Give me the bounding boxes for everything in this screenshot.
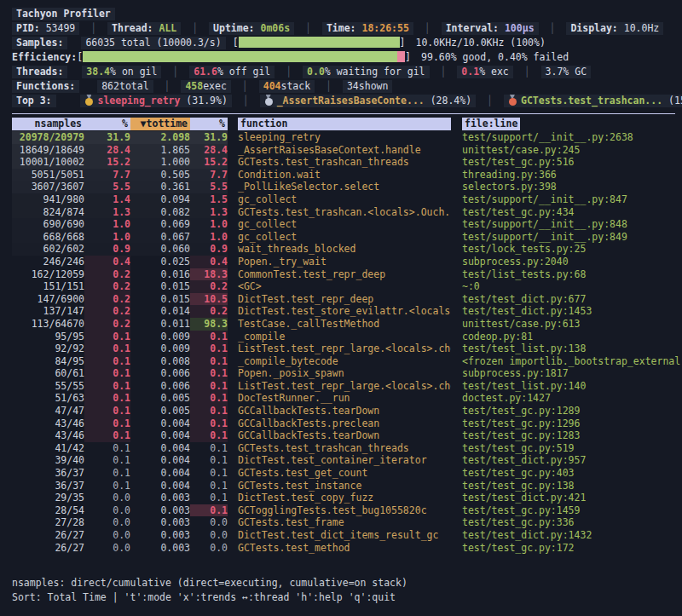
cell-tottime: 0.015 xyxy=(130,280,190,293)
status-line: PID: 53499 │ Thread: ALL │ Uptime: 0m06s… xyxy=(12,21,682,36)
col-header-cumulative-pct[interactable]: % xyxy=(190,118,228,131)
cell-function: Popen._try_wait xyxy=(228,256,451,268)
cell-cumulative-pct: 0.1 xyxy=(190,454,228,467)
separator: │ xyxy=(165,80,170,92)
table-row: 10001/10002 15.2 1.000 15.2 GCTests.test… xyxy=(12,156,682,169)
separator: │ xyxy=(286,66,292,78)
cell-tottime: 0.004 xyxy=(130,417,190,430)
functions-label: Functions: xyxy=(12,80,79,93)
table-row: 36/37 0.1 0.004 0.1 GCTests.test_instanc… xyxy=(12,480,682,492)
efficiency-bar xyxy=(83,51,405,62)
cell-file-line: test/test_gc.py:403 xyxy=(451,467,682,480)
cell-cumulative-pct: 0.2 xyxy=(190,305,228,318)
stat-segment: 34shown xyxy=(343,80,392,93)
cell-file-line: selectors.py:398 xyxy=(451,181,682,193)
cell-tottime: 0.025 xyxy=(130,256,190,268)
cell-direct-pct: 0.0 xyxy=(84,542,130,555)
col-header-direct-pct[interactable]: % xyxy=(84,118,130,131)
cell-tottime: 0.006 xyxy=(130,380,190,393)
status-item: PID: 53499 xyxy=(12,22,79,35)
cell-cumulative-pct: 0.2 xyxy=(190,280,228,293)
stat-segment: 458exec xyxy=(181,80,230,93)
cell-cumulative-pct: 0.1 xyxy=(190,480,228,492)
cell-nsamples: 95/95 xyxy=(12,331,84,343)
cell-file-line: test/test_gc.py:516 xyxy=(451,156,682,169)
cell-nsamples: 113/64670 xyxy=(12,318,84,331)
header-separator xyxy=(12,113,675,114)
separator: │ xyxy=(242,80,248,92)
cell-file-line: test/lock_tests.py:25 xyxy=(451,243,682,256)
cell-direct-pct: 0.0 xyxy=(84,492,130,504)
stat-segment: 38.4% on gil xyxy=(82,66,161,78)
top3-entry: GCTests.test_trashcan... (15.2%) xyxy=(504,95,682,107)
table-row: 3607/3607 5.5 0.361 5.5 _PollLikeSelecto… xyxy=(12,181,682,193)
cell-cumulative-pct: 0.1 xyxy=(190,429,228,442)
col-header-file-line[interactable]: file:line xyxy=(451,118,682,131)
separator: │ xyxy=(524,66,530,78)
cell-direct-pct: 31.9 xyxy=(84,131,130,144)
cell-direct-pct: 1.0 xyxy=(84,218,130,231)
cell-nsamples: 18649/18649 xyxy=(12,144,84,157)
cell-direct-pct: 0.1 xyxy=(84,417,130,430)
cell-function: DictTest.test_dict_items_result_gc xyxy=(228,529,451,542)
efficiency-summary: 99.60% good, 0.40% failed xyxy=(421,51,569,63)
cell-function: GCCallbackTests.tearDown xyxy=(228,429,451,442)
samples-rate: 10.0KHz/10.0KHz (100%) xyxy=(416,37,546,49)
cell-function: CommonTest.test_repr_deep xyxy=(228,268,451,281)
cell-function: gc_collect xyxy=(228,218,451,231)
cell-file-line: test/test_gc.py:519 xyxy=(451,442,682,455)
cell-tottime: 0.003 xyxy=(130,529,190,542)
cell-nsamples: 55/55 xyxy=(12,380,84,393)
cell-nsamples: 36/37 xyxy=(12,467,84,480)
cell-tottime: 0.006 xyxy=(130,367,190,380)
cell-cumulative-pct: 0.1 xyxy=(190,380,228,393)
separator: │ xyxy=(172,66,178,78)
cell-nsamples: 668/668 xyxy=(12,231,84,244)
cell-tottime: 0.003 xyxy=(130,542,190,555)
threads-label: Threads: xyxy=(12,66,67,78)
cell-function: _compile xyxy=(228,331,451,343)
cell-tottime: 0.003 xyxy=(130,516,190,529)
cell-file-line: test/test_dict.py:421 xyxy=(451,492,682,504)
cell-function: GCTests.test_instance xyxy=(228,480,451,492)
table-row: 137/147 0.2 0.014 0.2 DictTest.test_stor… xyxy=(12,305,682,318)
medal-icon xyxy=(264,95,273,106)
cell-function: GCTests.test_frame xyxy=(228,516,451,529)
cell-tottime: 0.069 xyxy=(130,218,190,231)
cell-direct-pct: 0.0 xyxy=(84,504,130,517)
table-row: 92/92 0.1 0.009 0.1 ListTest.test_repr_l… xyxy=(12,343,682,355)
cell-cumulative-pct: 0.1 xyxy=(190,467,228,480)
cell-direct-pct: 0.1 xyxy=(84,355,130,368)
cell-file-line: test/support/__init__.py:847 xyxy=(451,193,682,206)
separator: │ xyxy=(550,22,556,34)
cell-cumulative-pct: 5.5 xyxy=(190,181,228,193)
cell-nsamples: 41/42 xyxy=(12,442,84,455)
cell-file-line: unittest/case.py:245 xyxy=(451,144,682,157)
table-body: 20978/20979 31.9 2.098 31.9 sleeping_ret… xyxy=(12,131,682,554)
cell-tottime: 0.009 xyxy=(130,343,190,355)
stat-segment: 404stack xyxy=(259,80,315,93)
cell-nsamples: 20978/20979 xyxy=(12,131,84,144)
cell-cumulative-pct: 0.1 xyxy=(190,442,228,455)
separator: │ xyxy=(326,80,332,92)
cell-cumulative-pct: 31.9 xyxy=(190,131,228,144)
samples-label: Samples: xyxy=(12,37,67,49)
col-header-nsamples[interactable]: nsamples xyxy=(12,118,84,131)
cell-function: ListTest.test_repr_large.<locals>.check xyxy=(228,343,451,355)
samples-bar-open-bracket: [ xyxy=(233,37,239,49)
col-header-function[interactable]: function xyxy=(228,118,451,131)
cell-nsamples: 43/46 xyxy=(12,429,84,442)
cell-direct-pct: 1.3 xyxy=(84,206,130,219)
cell-function: GCTests.test_get_count xyxy=(228,467,451,480)
samples-total: 66035 total (10000.3/s) xyxy=(81,37,225,49)
separator: │ xyxy=(487,95,493,107)
col-header-tottime-sorted[interactable]: ▼tottime xyxy=(130,118,190,131)
title-line: Tachyon Profiler xyxy=(12,7,682,21)
cell-tottime: 0.361 xyxy=(130,181,190,193)
cell-direct-pct: 0.1 xyxy=(84,331,130,343)
cell-nsamples: 246/246 xyxy=(12,256,84,268)
cell-function: DictTest.test_copy_fuzz xyxy=(228,492,451,504)
cell-cumulative-pct: 15.2 xyxy=(190,156,228,169)
cell-nsamples: 26/27 xyxy=(12,529,84,542)
cell-file-line: test/test_dict.py:1453 xyxy=(451,305,682,318)
